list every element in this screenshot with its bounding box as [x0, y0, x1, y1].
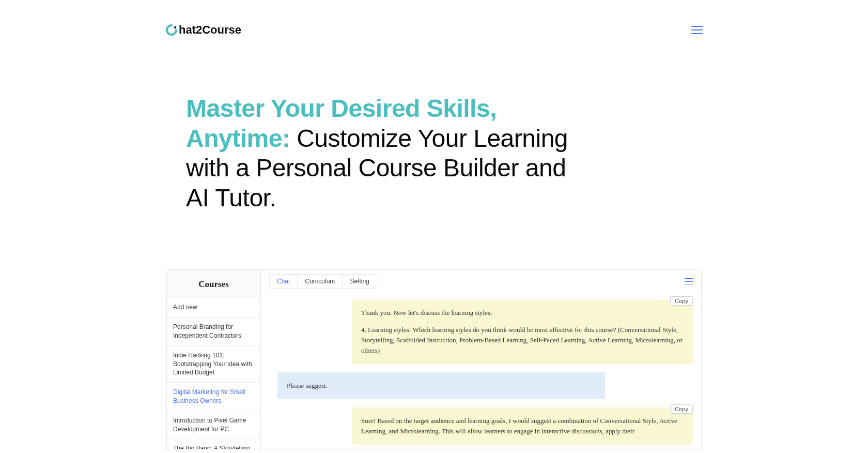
sidebar-item-add-new[interactable]: Add new [167, 298, 260, 318]
copy-button[interactable]: Copy [670, 404, 693, 414]
tab-curriculum[interactable]: Curriculum [297, 275, 342, 288]
sidebar-item-course[interactable]: Indie Hacking 101: Bootstrapping Your Id… [167, 346, 260, 383]
menu-icon[interactable] [691, 26, 703, 34]
sidebar-item-course[interactable]: Personal Branding for Independent Contra… [167, 318, 260, 346]
message-text: Please suggest. [287, 381, 596, 391]
message-body: Sure! Based on the target audience and l… [352, 407, 693, 445]
logo-icon [165, 24, 178, 36]
message-text: Sure! Based on the target audience and l… [361, 416, 684, 436]
tab-setting[interactable]: Setting [342, 275, 376, 288]
svg-point-0 [174, 26, 176, 28]
app-main-header: ChatCurriculumSetting [261, 270, 701, 293]
tab-chat[interactable]: Chat [270, 275, 297, 288]
sidebar-item-course[interactable]: The Big Bang: A Storytelling [167, 439, 260, 449]
message-body: Please suggest. [277, 372, 605, 399]
sidebar-title: Courses [167, 270, 260, 298]
tabs: ChatCurriculumSetting [269, 274, 377, 289]
chat-message-ai: CopySure! Based on the target audience a… [269, 407, 693, 445]
app-preview: Courses Add newPersonal Branding for Ind… [166, 269, 702, 449]
hero-section: Master Your Desired Skills, Anytime: Cus… [186, 94, 579, 213]
logo-text-part2: 2Course [196, 23, 241, 37]
message-text: Thank you. Now let's discuss the learnin… [361, 308, 684, 318]
message-body: Thank you. Now let's discuss the learnin… [352, 299, 693, 364]
courses-sidebar: Courses Add newPersonal Branding for Ind… [167, 270, 261, 449]
sidebar-item-course[interactable]: Digital Marketing for Small Business Own… [167, 383, 260, 411]
hero-heading: Master Your Desired Skills, Anytime: Cus… [186, 94, 579, 213]
chat-area: CopyThank you. Now let's discuss the lea… [261, 293, 701, 449]
sidebar-item-course[interactable]: Introduction to Pixel Game Development f… [167, 411, 260, 440]
brand-logo[interactable]: hat2Course [165, 23, 241, 37]
chat-message-ai: CopyThank you. Now let's discuss the lea… [269, 299, 693, 364]
message-text: 4. Learning styles: Which learning style… [361, 325, 684, 356]
app-main: ChatCurriculumSetting CopyThank you. Now… [261, 270, 701, 449]
copy-button[interactable]: Copy [670, 296, 693, 306]
panel-menu-icon[interactable] [685, 278, 693, 284]
page-header: hat2Course [165, 23, 703, 37]
logo-text-part1: hat [179, 23, 196, 37]
chat-message-user: Please suggest. [269, 372, 693, 399]
